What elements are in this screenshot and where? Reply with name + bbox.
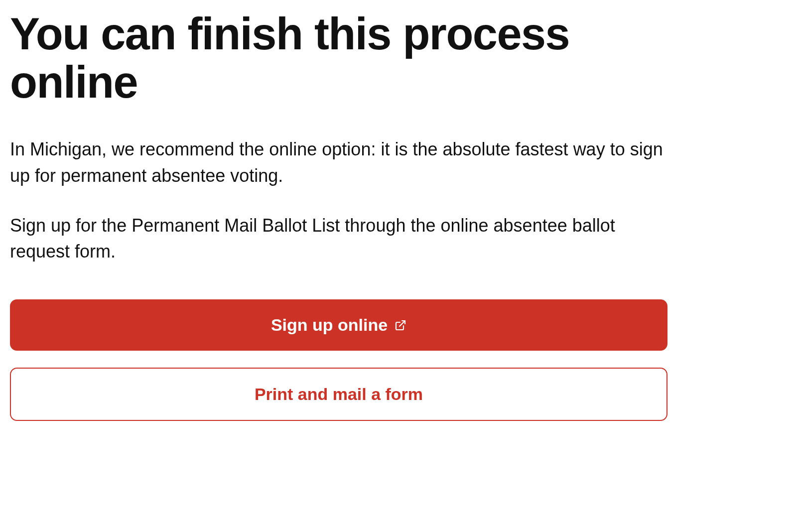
- intro-paragraph-2: Sign up for the Permanent Mail Ballot Li…: [10, 213, 667, 265]
- sign-up-online-label: Sign up online: [271, 315, 388, 335]
- print-mail-form-label: Print and mail a form: [255, 385, 423, 404]
- sign-up-online-button[interactable]: Sign up online: [10, 299, 667, 351]
- external-link-icon: [395, 319, 406, 331]
- page-heading: You can finish this process online: [10, 10, 667, 107]
- intro-paragraph-1: In Michigan, we recommend the online opt…: [10, 136, 667, 188]
- content-container: You can finish this process online In Mi…: [10, 10, 667, 421]
- print-mail-form-button[interactable]: Print and mail a form: [10, 368, 667, 421]
- button-group: Sign up online Print and mail a form: [10, 299, 667, 421]
- svg-line-0: [399, 321, 405, 326]
